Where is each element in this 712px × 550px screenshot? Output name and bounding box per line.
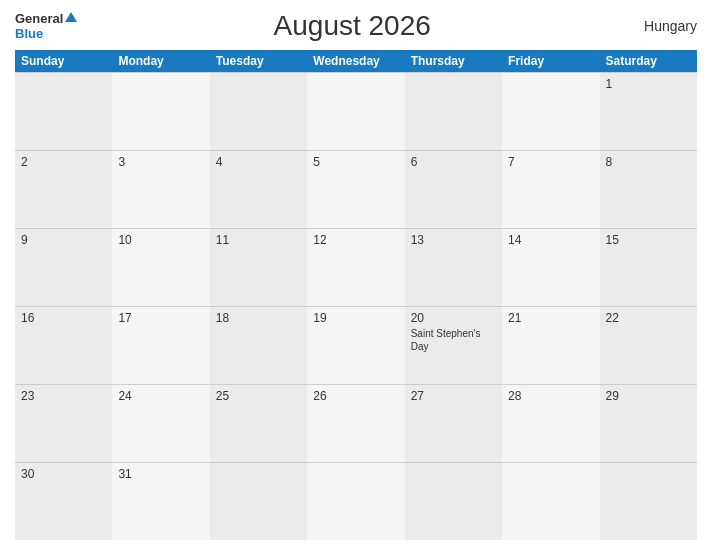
day-number: 6	[411, 155, 496, 169]
day-cell: 18	[210, 306, 307, 384]
day-cell	[600, 462, 697, 540]
week-row-3: 1617181920Saint Stephen's Day2122	[15, 306, 697, 384]
day-cell	[112, 73, 209, 151]
day-number: 11	[216, 233, 301, 247]
day-number: 25	[216, 389, 301, 403]
day-number: 24	[118, 389, 203, 403]
day-cell	[405, 462, 502, 540]
day-header-tuesday: Tuesday	[210, 50, 307, 73]
day-number: 18	[216, 311, 301, 325]
day-number: 23	[21, 389, 106, 403]
day-number: 15	[606, 233, 691, 247]
day-header-friday: Friday	[502, 50, 599, 73]
day-cell: 19	[307, 306, 404, 384]
day-number: 30	[21, 467, 106, 481]
logo-general-text: General	[15, 12, 63, 25]
day-number: 26	[313, 389, 398, 403]
day-cell: 25	[210, 384, 307, 462]
day-number: 7	[508, 155, 593, 169]
day-cell	[210, 462, 307, 540]
day-cell: 8	[600, 150, 697, 228]
month-title: August 2026	[77, 10, 627, 42]
day-number: 12	[313, 233, 398, 247]
day-number: 22	[606, 311, 691, 325]
day-number: 2	[21, 155, 106, 169]
day-header-row: SundayMondayTuesdayWednesdayThursdayFrid…	[15, 50, 697, 73]
day-number: 13	[411, 233, 496, 247]
day-number: 3	[118, 155, 203, 169]
day-cell: 31	[112, 462, 209, 540]
day-cell: 30	[15, 462, 112, 540]
day-header-monday: Monday	[112, 50, 209, 73]
day-cell: 13	[405, 228, 502, 306]
day-cell: 14	[502, 228, 599, 306]
day-cell: 22	[600, 306, 697, 384]
day-cell: 17	[112, 306, 209, 384]
day-cell: 4	[210, 150, 307, 228]
day-number: 10	[118, 233, 203, 247]
day-number: 1	[606, 77, 691, 91]
day-cell: 2	[15, 150, 112, 228]
day-number: 28	[508, 389, 593, 403]
day-number: 31	[118, 467, 203, 481]
day-number: 27	[411, 389, 496, 403]
day-number: 17	[118, 311, 203, 325]
calendar-wrapper: General Blue August 2026 Hungary SundayM…	[0, 0, 712, 550]
day-cell: 12	[307, 228, 404, 306]
logo-blue-text: Blue	[15, 26, 43, 41]
day-cell: 11	[210, 228, 307, 306]
day-number: 4	[216, 155, 301, 169]
day-cell: 21	[502, 306, 599, 384]
day-header-saturday: Saturday	[600, 50, 697, 73]
day-number: 21	[508, 311, 593, 325]
day-cell: 29	[600, 384, 697, 462]
week-row-2: 9101112131415	[15, 228, 697, 306]
logo: General Blue	[15, 12, 77, 41]
day-number: 5	[313, 155, 398, 169]
day-cell	[405, 73, 502, 151]
day-cell: 6	[405, 150, 502, 228]
day-cell: 9	[15, 228, 112, 306]
day-number: 19	[313, 311, 398, 325]
day-cell: 15	[600, 228, 697, 306]
day-cell: 24	[112, 384, 209, 462]
day-cell: 28	[502, 384, 599, 462]
calendar-table: SundayMondayTuesdayWednesdayThursdayFrid…	[15, 50, 697, 540]
day-cell: 20Saint Stephen's Day	[405, 306, 502, 384]
day-header-thursday: Thursday	[405, 50, 502, 73]
day-cell: 5	[307, 150, 404, 228]
day-cell: 3	[112, 150, 209, 228]
day-cell: 16	[15, 306, 112, 384]
day-number: 20	[411, 311, 496, 325]
day-cell: 26	[307, 384, 404, 462]
day-cell	[307, 462, 404, 540]
day-cell: 23	[15, 384, 112, 462]
holiday-name: Saint Stephen's Day	[411, 327, 496, 353]
calendar-header: General Blue August 2026 Hungary	[15, 10, 697, 42]
day-cell	[210, 73, 307, 151]
week-row-4: 23242526272829	[15, 384, 697, 462]
day-number: 16	[21, 311, 106, 325]
day-header-sunday: Sunday	[15, 50, 112, 73]
day-cell: 27	[405, 384, 502, 462]
day-number: 14	[508, 233, 593, 247]
day-header-wednesday: Wednesday	[307, 50, 404, 73]
day-cell: 1	[600, 73, 697, 151]
day-cell	[15, 73, 112, 151]
logo-triangle-icon	[65, 12, 77, 22]
country-label: Hungary	[627, 18, 697, 34]
day-cell	[502, 462, 599, 540]
week-row-0: 1	[15, 73, 697, 151]
day-number: 9	[21, 233, 106, 247]
day-number: 8	[606, 155, 691, 169]
week-row-5: 3031	[15, 462, 697, 540]
day-cell	[307, 73, 404, 151]
day-cell: 10	[112, 228, 209, 306]
day-cell: 7	[502, 150, 599, 228]
day-cell	[502, 73, 599, 151]
day-number: 29	[606, 389, 691, 403]
week-row-1: 2345678	[15, 150, 697, 228]
